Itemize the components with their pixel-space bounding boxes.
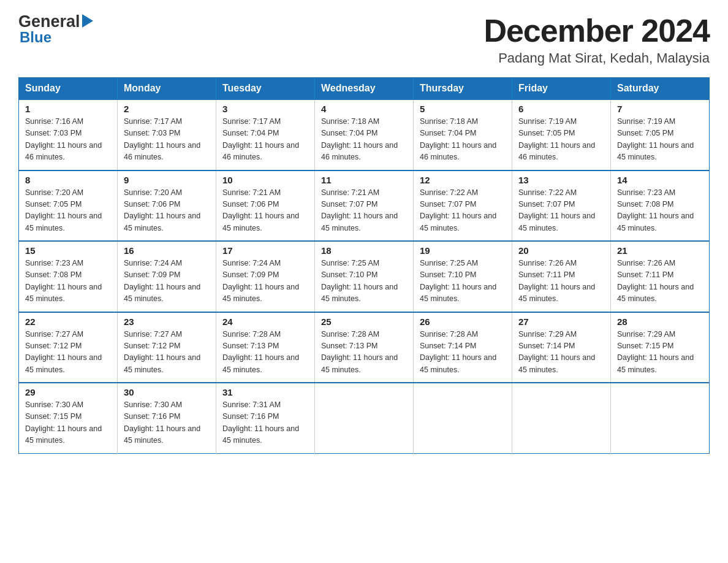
day-number: 24 [222,316,308,327]
weekday-header-row: SundayMondayTuesdayWednesdayThursdayFrid… [19,78,710,100]
day-number: 25 [321,316,407,327]
day-number: 15 [25,245,111,256]
svg-marker-0 [82,14,93,28]
day-info: Sunrise: 7:31 AMSunset: 7:16 PMDaylight:… [222,400,299,445]
weekday-header-monday: Monday [118,78,216,100]
weekday-header-tuesday: Tuesday [216,78,315,100]
day-number: 16 [124,245,210,256]
day-number: 5 [420,104,506,114]
day-info: Sunrise: 7:29 AMSunset: 7:14 PMDaylight:… [518,330,595,374]
calendar-week-row: 29 Sunrise: 7:30 AMSunset: 7:15 PMDaylig… [19,383,710,453]
calendar-day-cell: 1 Sunrise: 7:16 AMSunset: 7:03 PMDayligh… [19,99,118,170]
calendar-day-cell [512,383,611,453]
day-info: Sunrise: 7:27 AMSunset: 7:12 PMDaylight:… [124,330,200,374]
day-info: Sunrise: 7:18 AMSunset: 7:04 PMDaylight:… [420,117,496,161]
calendar-day-cell: 8 Sunrise: 7:20 AMSunset: 7:05 PMDayligh… [19,170,118,242]
day-number: 30 [124,387,210,397]
weekday-header-friday: Friday [512,78,611,100]
title-block: December 2024 Padang Mat Sirat, Kedah, M… [483,12,710,66]
calendar-day-cell: 4 Sunrise: 7:18 AMSunset: 7:04 PMDayligh… [315,99,414,170]
day-info: Sunrise: 7:19 AMSunset: 7:05 PMDaylight:… [617,117,694,161]
day-info: Sunrise: 7:23 AMSunset: 7:08 PMDaylight:… [25,259,102,303]
day-info: Sunrise: 7:26 AMSunset: 7:11 PMDaylight:… [617,259,694,303]
calendar-day-cell: 25 Sunrise: 7:28 AMSunset: 7:13 PMDaylig… [315,312,414,383]
calendar-day-cell [414,383,512,453]
day-number: 1 [25,104,111,114]
day-number: 27 [518,316,604,327]
calendar-day-cell: 7 Sunrise: 7:19 AMSunset: 7:05 PMDayligh… [611,99,710,170]
calendar-day-cell [315,383,414,453]
calendar-week-row: 22 Sunrise: 7:27 AMSunset: 7:12 PMDaylig… [19,312,710,383]
day-info: Sunrise: 7:18 AMSunset: 7:04 PMDaylight:… [321,117,398,161]
logo-blue-text: Blue [20,29,51,46]
day-number: 13 [518,175,604,185]
weekday-header-thursday: Thursday [414,78,512,100]
day-number: 2 [124,104,210,114]
day-number: 7 [617,104,703,114]
day-number: 6 [518,104,604,114]
day-info: Sunrise: 7:23 AMSunset: 7:08 PMDaylight:… [617,188,694,232]
day-number: 20 [518,245,604,256]
calendar-week-row: 8 Sunrise: 7:20 AMSunset: 7:05 PMDayligh… [19,170,710,242]
day-info: Sunrise: 7:28 AMSunset: 7:13 PMDaylight:… [321,330,398,374]
day-info: Sunrise: 7:28 AMSunset: 7:13 PMDaylight:… [222,330,299,374]
calendar-day-cell: 27 Sunrise: 7:29 AMSunset: 7:14 PMDaylig… [512,312,611,383]
calendar-day-cell: 6 Sunrise: 7:19 AMSunset: 7:05 PMDayligh… [512,99,611,170]
page-header: General Blue December 2024 Padang Mat Si… [18,12,710,66]
day-number: 22 [25,316,111,327]
day-number: 29 [25,387,111,397]
calendar-day-cell: 30 Sunrise: 7:30 AMSunset: 7:16 PMDaylig… [118,383,216,453]
day-info: Sunrise: 7:24 AMSunset: 7:09 PMDaylight:… [124,259,200,303]
day-info: Sunrise: 7:25 AMSunset: 7:10 PMDaylight:… [321,259,398,303]
day-number: 28 [617,316,703,327]
day-info: Sunrise: 7:22 AMSunset: 7:07 PMDaylight:… [420,188,496,232]
location-subtitle: Padang Mat Sirat, Kedah, Malaysia [483,50,710,66]
day-info: Sunrise: 7:26 AMSunset: 7:11 PMDaylight:… [518,259,595,303]
weekday-header-sunday: Sunday [19,78,118,100]
calendar-table: SundayMondayTuesdayWednesdayThursdayFrid… [18,77,710,454]
day-number: 26 [420,316,506,327]
calendar-day-cell: 29 Sunrise: 7:30 AMSunset: 7:15 PMDaylig… [19,383,118,453]
day-info: Sunrise: 7:17 AMSunset: 7:03 PMDaylight:… [124,117,200,161]
day-info: Sunrise: 7:25 AMSunset: 7:10 PMDaylight:… [420,259,496,303]
calendar-week-row: 1 Sunrise: 7:16 AMSunset: 7:03 PMDayligh… [19,99,710,170]
calendar-day-cell: 28 Sunrise: 7:29 AMSunset: 7:15 PMDaylig… [611,312,710,383]
calendar-day-cell: 15 Sunrise: 7:23 AMSunset: 7:08 PMDaylig… [19,241,118,312]
day-info: Sunrise: 7:24 AMSunset: 7:09 PMDaylight:… [222,259,299,303]
calendar-day-cell [611,383,710,453]
calendar-day-cell: 20 Sunrise: 7:26 AMSunset: 7:11 PMDaylig… [512,241,611,312]
day-info: Sunrise: 7:28 AMSunset: 7:14 PMDaylight:… [420,330,496,374]
day-info: Sunrise: 7:21 AMSunset: 7:06 PMDaylight:… [222,188,299,232]
month-year-title: December 2024 [483,12,710,49]
calendar-day-cell: 2 Sunrise: 7:17 AMSunset: 7:03 PMDayligh… [118,99,216,170]
day-info: Sunrise: 7:20 AMSunset: 7:06 PMDaylight:… [124,188,200,232]
logo: General Blue [18,12,93,46]
calendar-day-cell: 9 Sunrise: 7:20 AMSunset: 7:06 PMDayligh… [118,170,216,242]
weekday-header-saturday: Saturday [611,78,710,100]
calendar-day-cell: 19 Sunrise: 7:25 AMSunset: 7:10 PMDaylig… [414,241,512,312]
calendar-day-cell: 24 Sunrise: 7:28 AMSunset: 7:13 PMDaylig… [216,312,315,383]
calendar-day-cell: 16 Sunrise: 7:24 AMSunset: 7:09 PMDaylig… [118,241,216,312]
calendar-day-cell: 13 Sunrise: 7:22 AMSunset: 7:07 PMDaylig… [512,170,611,242]
day-number: 11 [321,175,407,185]
day-info: Sunrise: 7:30 AMSunset: 7:15 PMDaylight:… [25,400,102,445]
calendar-day-cell: 21 Sunrise: 7:26 AMSunset: 7:11 PMDaylig… [611,241,710,312]
day-info: Sunrise: 7:22 AMSunset: 7:07 PMDaylight:… [518,188,595,232]
calendar-day-cell: 11 Sunrise: 7:21 AMSunset: 7:07 PMDaylig… [315,170,414,242]
day-info: Sunrise: 7:27 AMSunset: 7:12 PMDaylight:… [25,330,102,374]
day-number: 19 [420,245,506,256]
calendar-day-cell: 18 Sunrise: 7:25 AMSunset: 7:10 PMDaylig… [315,241,414,312]
calendar-day-cell: 14 Sunrise: 7:23 AMSunset: 7:08 PMDaylig… [611,170,710,242]
day-info: Sunrise: 7:16 AMSunset: 7:03 PMDaylight:… [25,117,102,161]
calendar-day-cell: 22 Sunrise: 7:27 AMSunset: 7:12 PMDaylig… [19,312,118,383]
day-number: 3 [222,104,308,114]
calendar-week-row: 15 Sunrise: 7:23 AMSunset: 7:08 PMDaylig… [19,241,710,312]
calendar-day-cell: 5 Sunrise: 7:18 AMSunset: 7:04 PMDayligh… [414,99,512,170]
calendar-day-cell: 12 Sunrise: 7:22 AMSunset: 7:07 PMDaylig… [414,170,512,242]
calendar-day-cell: 23 Sunrise: 7:27 AMSunset: 7:12 PMDaylig… [118,312,216,383]
day-number: 23 [124,316,210,327]
day-number: 9 [124,175,210,185]
day-number: 10 [222,175,308,185]
day-info: Sunrise: 7:17 AMSunset: 7:04 PMDaylight:… [222,117,299,161]
day-info: Sunrise: 7:21 AMSunset: 7:07 PMDaylight:… [321,188,398,232]
